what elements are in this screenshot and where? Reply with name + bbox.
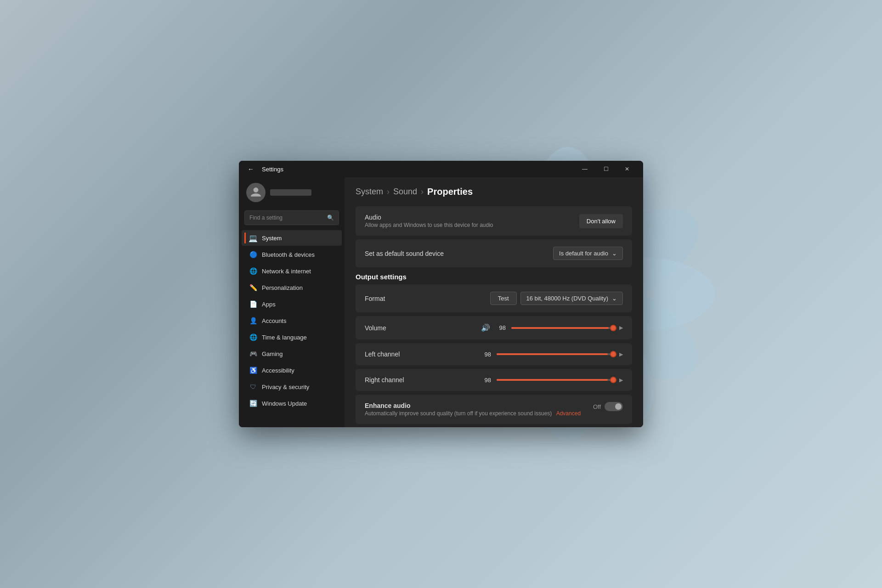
- bluetooth-label: Bluetooth & devices: [262, 251, 315, 258]
- volume-icon: 🔊: [481, 323, 490, 332]
- advanced-link[interactable]: Advanced: [556, 410, 581, 417]
- breadcrumb-sound[interactable]: Sound: [393, 187, 417, 197]
- privacy-icon: 🛡: [249, 383, 257, 391]
- sidebar-item-time[interactable]: 🌐 Time & language: [242, 329, 342, 345]
- avatar: [246, 183, 266, 202]
- volume-card: Volume 🔊 98 ▶: [356, 316, 632, 339]
- content-area: System › Sound › Properties Audio Allow …: [345, 177, 643, 427]
- accounts-label: Accounts: [262, 317, 286, 324]
- left-channel-card: Left channel 98 ▶: [356, 343, 632, 365]
- sidebar-item-accounts[interactable]: 👤 Accounts: [242, 313, 342, 328]
- sidebar-item-network[interactable]: 🌐 Network & internet: [242, 263, 342, 279]
- format-value: 16 bit, 48000 Hz (DVD Quality): [526, 295, 608, 302]
- toggle-knob: [615, 403, 622, 410]
- enhance-sublabel: Automatically improve sound quality (tur…: [365, 410, 593, 417]
- volume-end-icon: ▶: [619, 325, 623, 331]
- output-settings-header: Output settings: [356, 273, 632, 281]
- update-label: Windows Update: [262, 400, 307, 407]
- window-title: Settings: [262, 166, 283, 173]
- sidebar-item-privacy[interactable]: 🛡 Privacy & security: [242, 379, 342, 395]
- accessibility-icon: ♿: [249, 366, 257, 374]
- privacy-label: Privacy & security: [262, 384, 309, 390]
- title-bar: ← Settings — ☐ ✕: [239, 161, 643, 177]
- window-controls: — ☐ ✕: [574, 161, 638, 177]
- accounts-icon: 👤: [249, 317, 257, 325]
- personalization-label: Personalization: [262, 284, 303, 291]
- default-device-dropdown[interactable]: Is default for audio ⌄: [553, 247, 623, 260]
- audio-title: Audio: [365, 214, 493, 221]
- accessibility-label: Accessibility: [262, 367, 294, 374]
- close-button[interactable]: ✕: [616, 161, 638, 177]
- settings-window: ← Settings — ☐ ✕ Find: [239, 161, 643, 427]
- sidebar: Find a setting 🔍 💻 System 🔵 Bluetooth & …: [239, 177, 345, 427]
- format-dropdown[interactable]: 16 bit, 48000 Hz (DVD Quality) ⌄: [520, 292, 623, 305]
- network-icon: 🌐: [249, 267, 257, 275]
- gaming-label: Gaming: [262, 351, 283, 357]
- enhance-audio-card: Enhance audio Automatically improve soun…: [356, 395, 632, 424]
- enhance-toggle[interactable]: [605, 402, 623, 411]
- format-label: Format: [365, 295, 385, 302]
- sidebar-item-accessibility[interactable]: ♿ Accessibility: [242, 362, 342, 378]
- volume-slider[interactable]: [511, 327, 614, 329]
- network-label: Network & internet: [262, 268, 311, 275]
- maximize-button[interactable]: ☐: [595, 161, 616, 177]
- sidebar-item-bluetooth[interactable]: 🔵 Bluetooth & devices: [242, 247, 342, 262]
- search-box[interactable]: Find a setting 🔍: [244, 210, 339, 225]
- left-channel-value: 98: [481, 351, 491, 358]
- minimize-button[interactable]: —: [574, 161, 595, 177]
- default-device-value: Is default for audio: [559, 250, 608, 257]
- system-icon: 💻: [249, 234, 257, 242]
- volume-value: 98: [496, 324, 506, 331]
- user-name-display: [270, 189, 311, 196]
- chevron-down-icon: ⌄: [612, 250, 617, 257]
- personalization-icon: ✏️: [249, 283, 257, 292]
- gaming-icon: 🎮: [249, 350, 257, 358]
- test-button[interactable]: Test: [490, 292, 517, 305]
- default-device-card: Set as default sound device Is default f…: [356, 239, 632, 267]
- user-profile[interactable]: [239, 177, 345, 208]
- right-channel-slider[interactable]: [497, 379, 614, 381]
- breadcrumb-sep-2: ›: [421, 187, 424, 197]
- right-channel-value: 98: [481, 377, 491, 384]
- dont-allow-button[interactable]: Don't allow: [579, 214, 623, 228]
- time-label: Time & language: [262, 334, 307, 341]
- sidebar-item-gaming[interactable]: 🎮 Gaming: [242, 346, 342, 362]
- apps-label: Apps: [262, 301, 276, 308]
- apps-icon: 📄: [249, 300, 257, 308]
- default-device-label: Set as default sound device: [365, 250, 444, 257]
- audio-subtitle: Allow apps and Windows to use this devic…: [365, 222, 493, 228]
- sidebar-item-update[interactable]: 🔄 Windows Update: [242, 396, 342, 411]
- left-channel-end-icon: ▶: [619, 351, 623, 357]
- system-label: System: [262, 235, 282, 242]
- enhance-toggle-label: Off: [593, 403, 601, 410]
- breadcrumb: System › Sound › Properties: [356, 187, 632, 197]
- breadcrumb-sep-1: ›: [387, 187, 390, 197]
- right-channel-card: Right channel 98 ▶: [356, 369, 632, 391]
- right-channel-end-icon: ▶: [619, 377, 623, 383]
- left-channel-label: Left channel: [365, 351, 400, 358]
- sidebar-item-apps[interactable]: 📄 Apps: [242, 296, 342, 312]
- update-icon: 🔄: [249, 399, 257, 407]
- search-placeholder: Find a setting: [249, 215, 323, 221]
- left-channel-slider[interactable]: [497, 353, 614, 355]
- back-button[interactable]: ←: [244, 163, 257, 175]
- search-container: Find a setting 🔍: [239, 208, 345, 230]
- enhance-label: Enhance audio: [365, 402, 593, 409]
- sidebar-item-system[interactable]: 💻 System: [242, 230, 342, 246]
- main-content: Find a setting 🔍 💻 System 🔵 Bluetooth & …: [239, 177, 643, 427]
- format-chevron-icon: ⌄: [612, 295, 617, 302]
- enhance-toggle-container: Off: [593, 402, 623, 411]
- breadcrumb-current: Properties: [427, 187, 473, 197]
- breadcrumb-system[interactable]: System: [356, 187, 383, 197]
- bluetooth-icon: 🔵: [249, 250, 257, 259]
- search-icon: 🔍: [327, 215, 334, 221]
- sidebar-item-personalization[interactable]: ✏️ Personalization: [242, 280, 342, 295]
- right-channel-label: Right channel: [365, 376, 404, 384]
- format-card: Format Test 16 bit, 48000 Hz (DVD Qualit…: [356, 284, 632, 312]
- volume-label: Volume: [365, 324, 386, 332]
- audio-card: Audio Allow apps and Windows to use this…: [356, 206, 632, 236]
- time-icon: 🌐: [249, 333, 257, 341]
